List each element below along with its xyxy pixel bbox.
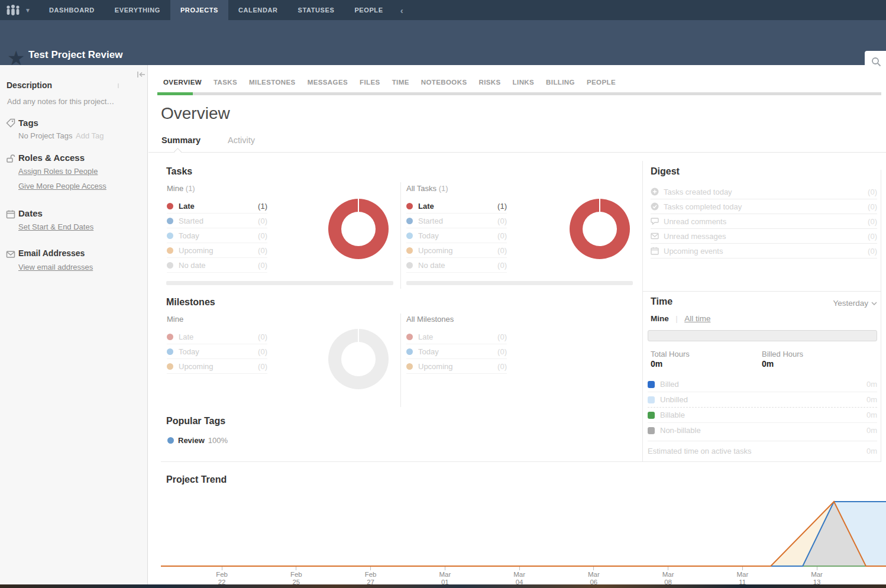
tasks-all-label: All Tasks (1) [406, 184, 448, 193]
view-emails-link[interactable]: View email addresses [18, 263, 93, 272]
search-input[interactable] [865, 51, 886, 72]
subtab-summary[interactable]: Summary [161, 135, 201, 145]
tasks-mine-list: Late(1) Started(0) Today(0) Upcoming(0) … [167, 199, 267, 273]
task-row-started: Started(0) [406, 214, 507, 228]
started-dot [167, 218, 173, 224]
upcoming-dot [167, 363, 173, 370]
x-axis-tick [370, 567, 371, 570]
tasks-column-divider [400, 182, 401, 289]
tab-notebooks[interactable]: NOTEBOOKS [415, 74, 473, 94]
x-axis-tick [668, 567, 668, 570]
task-row-late[interactable]: Late(1) [406, 199, 507, 214]
calendar-icon [6, 209, 15, 219]
today-dot [167, 232, 173, 239]
today-dot [406, 348, 413, 355]
task-row-upcoming: Upcoming(0) [406, 243, 507, 258]
description-heading: Description [7, 80, 52, 90]
check-circle-icon [651, 202, 659, 211]
time-heading: Time [651, 296, 672, 307]
nonbillable-swatch [648, 427, 655, 434]
assign-roles-link[interactable]: Assign Roles to People [18, 167, 98, 176]
set-dates-link[interactable]: Set Start & End Dates [18, 222, 93, 231]
project-title: Test Project Review [28, 49, 122, 61]
email-addresses-heading: Email Addresses [18, 248, 85, 258]
x-axis-tick [519, 567, 520, 570]
task-row-today: Today(0) [406, 228, 507, 243]
total-hours-label: Total Hours [651, 350, 690, 358]
time-subtabs: Mine | All time [651, 313, 710, 324]
x-axis-tick [817, 567, 817, 570]
nav-collapse-chevron-icon[interactable]: ‹ [393, 0, 410, 20]
estimate-row-border [648, 441, 877, 441]
time-row-billable: Billable0m [648, 408, 877, 422]
milestone-row-upcoming: Upcoming(0) [167, 359, 267, 374]
tab-milestones[interactable]: MILESTONES [243, 74, 302, 94]
x-axis-tick [593, 567, 594, 570]
trend-line-tasks-added [161, 502, 886, 566]
milestone-row-today: Today(0) [167, 344, 267, 359]
digest-list: Tasks created today(0) Tasks completed t… [651, 185, 877, 259]
total-hours-value: 0m [651, 359, 662, 369]
time-tab-mine[interactable]: Mine [651, 314, 669, 323]
nav-item-calendar[interactable]: CALENDAR [228, 0, 288, 20]
edit-pencil-icon[interactable] [116, 83, 121, 89]
milestone-row-late: Late(0) [406, 329, 507, 344]
nav-item-everything[interactable]: EVERYTHING [105, 0, 170, 20]
task-row-late[interactable]: Late(1) [167, 199, 267, 214]
upcoming-dot [406, 247, 413, 254]
tab-people[interactable]: PEOPLE [581, 74, 622, 94]
tag-dot [167, 437, 174, 444]
app-window: ▼ DASHBOARD EVERYTHING PROJECTS CALENDAR… [0, 0, 886, 588]
trend-line-active-tasks [161, 502, 886, 566]
subtab-divider [148, 152, 886, 153]
tab-overview[interactable]: OVERVIEW [157, 74, 208, 94]
time-panel-top-border [642, 291, 881, 292]
nav-item-people[interactable]: PEOPLE [344, 0, 393, 20]
tab-tasks[interactable]: TASKS [208, 74, 243, 94]
digest-row-upcoming-events: Upcoming events(0) [651, 244, 877, 259]
x-axis-tick [296, 567, 296, 570]
x-axis-tick [445, 567, 445, 570]
app-logo[interactable]: ▼ [0, 0, 39, 20]
tags-empty-label: No Project Tags [18, 131, 73, 140]
time-tab-alltime[interactable]: All time [684, 314, 710, 323]
tab-risks[interactable]: RISKS [473, 74, 506, 94]
popular-tag-review[interactable]: Review 100% [167, 436, 228, 445]
nav-item-dashboard[interactable]: DASHBOARD [39, 0, 105, 20]
description-placeholder[interactable]: Add any notes for this project… [7, 97, 114, 106]
late-dot [406, 203, 413, 209]
active-tab-underline [157, 92, 193, 95]
tab-time[interactable]: TIME [386, 74, 415, 94]
nav-item-projects[interactable]: PROJECTS [170, 0, 228, 20]
comment-icon [651, 217, 659, 225]
milestones-all-label: All Milestones [406, 315, 454, 324]
time-row-unbilled: Unbilled0m [648, 392, 877, 407]
tab-files[interactable]: FILES [354, 74, 386, 94]
add-tag-button[interactable]: Add Tag [76, 131, 104, 140]
tab-links[interactable]: LINKS [507, 74, 541, 94]
right-column-divider [642, 161, 643, 461]
sidebar-collapse-icon[interactable] [137, 71, 145, 78]
popular-tags-heading: Popular Tags [166, 416, 225, 427]
project-header: ★ Test Project Review ToolsofExcellence [0, 20, 886, 65]
milestones-column-divider [400, 314, 401, 407]
task-row-started: Started(0) [167, 214, 267, 228]
logo-caret-down-icon: ▼ [25, 7, 31, 14]
give-access-link[interactable]: Give More People Access [18, 182, 106, 190]
milestone-row-today: Today(0) [406, 344, 507, 359]
nav-item-statuses[interactable]: STATUSES [288, 0, 345, 20]
tab-messages[interactable]: MESSAGES [302, 74, 354, 94]
tasks-all-progressbar [406, 281, 633, 285]
billed-hours-label: Billed Hours [762, 350, 803, 358]
tasks-all-list: Late(1) Started(0) Today(0) Upcoming(0) … [406, 199, 507, 273]
project-trend-heading: Project Trend [166, 474, 227, 485]
upcoming-dot [406, 363, 413, 370]
time-row-billed: Billed0m [648, 377, 877, 392]
envelope-icon [6, 250, 15, 259]
today-dot [406, 232, 413, 239]
subtab-activity[interactable]: Activity [228, 135, 255, 145]
tab-billing[interactable]: BILLING [540, 74, 581, 94]
project-sidebar: Description Add any notes for this proje… [0, 65, 148, 584]
time-range-dropdown[interactable]: Yesterday [833, 299, 877, 308]
milestone-row-late: Late(0) [167, 329, 267, 344]
